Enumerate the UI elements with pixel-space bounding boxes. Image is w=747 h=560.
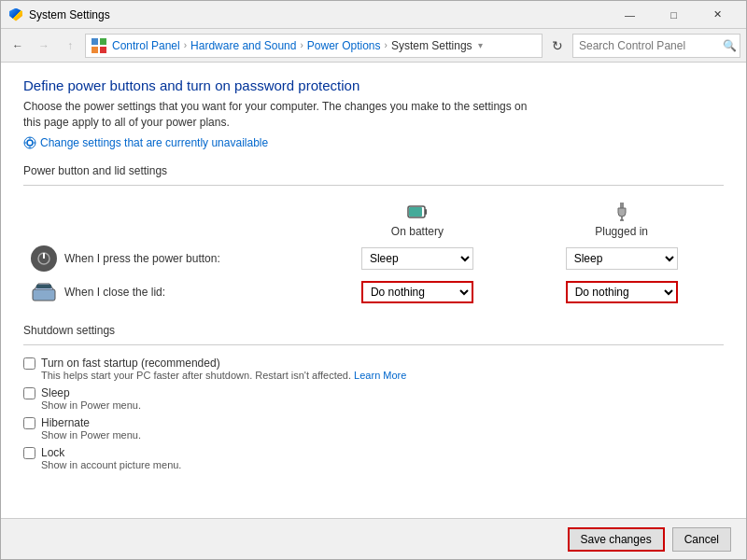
svg-rect-8 <box>24 142 26 143</box>
main-window: System Settings — □ ✕ ← → ↑ Control Pane… <box>0 0 747 560</box>
svg-rect-12 <box>409 207 422 217</box>
save-button[interactable]: Save changes <box>568 527 665 552</box>
hibernate-subtext: Show in Power menu. <box>41 429 141 441</box>
shutdown-label: Shutdown settings <box>23 324 724 337</box>
sleep-subtext: Show in Power menu. <box>41 399 141 411</box>
fast-startup-subtext: This helps start your PC faster after sh… <box>41 370 406 381</box>
addressbar: ← → ↑ Control Panel › Hardware and Sound… <box>1 29 746 63</box>
change-settings-link[interactable]: Change settings that are currently unava… <box>23 136 724 149</box>
page-heading: Define power buttons and turn on passwor… <box>23 77 724 93</box>
svg-rect-11 <box>425 209 427 215</box>
breadcrumb-control-panel[interactable]: Control Panel <box>112 39 180 52</box>
svg-rect-9 <box>34 142 35 143</box>
power-plugged-dropdown[interactable]: Sleep Do nothing Hibernate Shut down <box>566 247 678 270</box>
divider-shutdown <box>23 344 724 345</box>
svg-rect-17 <box>33 289 55 301</box>
divider-power <box>23 185 724 186</box>
hibernate-label: Hibernate <box>41 416 141 429</box>
svg-rect-7 <box>30 147 31 148</box>
svg-rect-3 <box>100 47 106 53</box>
learn-more-link[interactable]: Learn More <box>354 370 406 381</box>
back-button[interactable]: ← <box>7 35 29 57</box>
close-button[interactable]: ✕ <box>697 2 739 28</box>
svg-point-4 <box>27 140 33 146</box>
lid-row: When I close the lid: Do nothing Sleep H… <box>23 275 724 309</box>
power-button-label: When I press the power button: <box>64 252 220 265</box>
plug-icon <box>611 201 633 223</box>
header-plugged: Plugged in <box>519 197 724 242</box>
header-battery: On battery <box>316 197 520 242</box>
hibernate-item: Hibernate Show in Power menu. <box>23 416 724 441</box>
battery-icon <box>406 201 429 223</box>
titlebar-controls: — □ ✕ <box>609 2 739 28</box>
bottom-bar: Save changes Cancel <box>1 518 746 559</box>
sleep-checkbox[interactable] <box>23 387 35 399</box>
forward-button[interactable]: → <box>33 35 55 57</box>
lid-icon <box>31 279 57 305</box>
power-battery-dropdown[interactable]: Sleep Do nothing Hibernate Shut down <box>361 247 473 270</box>
up-button[interactable]: ↑ <box>59 35 81 57</box>
hibernate-checkbox[interactable] <box>23 417 35 429</box>
svg-rect-2 <box>92 47 98 53</box>
lock-label: Lock <box>41 446 181 459</box>
lock-checkbox[interactable] <box>23 447 35 459</box>
power-section-label: Power button and lid settings <box>23 164 724 177</box>
lid-label: When I close the lid: <box>64 286 165 299</box>
power-button-row: When I press the power button: Sleep Do … <box>23 242 724 275</box>
titlebar: System Settings — □ ✕ <box>1 1 746 29</box>
search-wrapper: 🔍 <box>572 34 740 58</box>
lock-item: Lock Show in account picture menu. <box>23 446 724 470</box>
power-button-icon <box>31 245 57 272</box>
lid-battery-dropdown[interactable]: Do nothing Sleep Hibernate Shut down <box>361 281 473 303</box>
control-panel-icon <box>92 38 106 53</box>
sleep-label: Sleep <box>41 386 141 399</box>
svg-rect-18 <box>36 285 51 288</box>
refresh-button[interactable]: ↻ <box>546 35 569 57</box>
change-settings-text[interactable]: Change settings that are currently unava… <box>40 136 268 149</box>
power-table: On battery Plugged <box>23 197 724 309</box>
breadcrumb-dropdown-icon[interactable]: ▾ <box>478 40 483 50</box>
shutdown-section: Shutdown settings Turn on fast startup (… <box>23 324 724 470</box>
settings-icon <box>23 136 36 149</box>
search-input[interactable] <box>572 34 740 58</box>
breadcrumb: Control Panel › Hardware and Sound › Pow… <box>85 34 543 58</box>
sleep-item: Sleep Show in Power menu. <box>23 386 724 411</box>
svg-rect-6 <box>30 137 31 139</box>
main-content: Define power buttons and turn on passwor… <box>1 63 746 518</box>
maximize-button[interactable]: □ <box>653 2 695 28</box>
window-title: System Settings <box>29 8 609 21</box>
breadcrumb-power[interactable]: Power Options <box>307 39 381 52</box>
minimize-button[interactable]: — <box>609 2 651 28</box>
fast-startup-checkbox[interactable] <box>23 357 35 370</box>
fast-startup-label: Turn on fast startup (recommended) <box>41 357 406 370</box>
window-icon <box>8 7 23 22</box>
breadcrumb-current: System Settings <box>391 39 472 52</box>
svg-rect-1 <box>100 38 106 45</box>
svg-rect-0 <box>92 38 98 45</box>
content-area: Define power buttons and turn on passwor… <box>1 63 746 559</box>
fast-startup-item: Turn on fast startup (recommended) This … <box>23 357 724 381</box>
breadcrumb-hardware[interactable]: Hardware and Sound <box>190 39 296 52</box>
page-description: Choose the power settings that you want … <box>23 99 546 131</box>
search-button[interactable]: 🔍 <box>723 39 737 52</box>
lock-subtext: Show in account picture menu. <box>41 459 181 470</box>
lid-plugged-dropdown[interactable]: Do nothing Sleep Hibernate Shut down <box>566 281 678 303</box>
cancel-button[interactable]: Cancel <box>672 527 731 552</box>
